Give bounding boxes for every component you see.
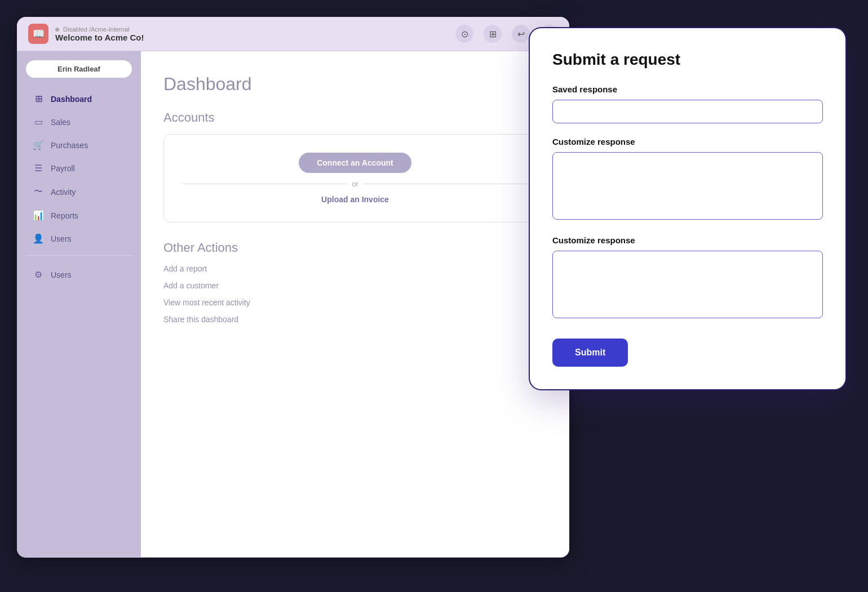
status-dot <box>55 28 59 32</box>
sidebar-label-sales: Sales <box>51 118 70 127</box>
customize-response-1-textarea[interactable] <box>552 152 823 220</box>
reports-icon: 📊 <box>33 210 44 221</box>
purchases-icon: 🛒 <box>33 140 44 150</box>
upload-invoice-link[interactable]: Upload an Invoice <box>321 195 389 204</box>
sidebar-label-purchases: Purchases <box>51 141 88 150</box>
nav-undo-btn[interactable]: ↩ <box>512 25 530 43</box>
sidebar-label-settings: Users <box>51 270 72 279</box>
settings-icon: ⚙ <box>33 269 44 280</box>
saved-response-group: Saved response <box>552 84 823 123</box>
customize-response-2-label: Customize response <box>552 235 823 245</box>
sidebar-label-users: Users <box>51 234 72 243</box>
dashboard-icon: ⊞ <box>33 94 44 104</box>
main-content: Dashboard Accounts Connect an Account or… <box>141 51 569 557</box>
sidebar-item-sales[interactable]: ▭ Sales <box>21 111 136 133</box>
other-actions-title: Other Actions <box>163 241 547 255</box>
app-status: Disabled /Acme-Internal <box>55 26 144 33</box>
page-title: Dashboard <box>163 74 547 95</box>
action-link-1[interactable]: Add a customer <box>163 281 547 290</box>
customize-response-1-label: Customize response <box>552 137 823 146</box>
sidebar-item-reports[interactable]: 📊 Reports <box>21 204 136 226</box>
sidebar-divider <box>26 255 132 256</box>
saved-response-input[interactable] <box>552 100 823 123</box>
saved-response-label: Saved response <box>552 84 823 94</box>
action-link-0[interactable]: Add a report <box>163 264 547 273</box>
sidebar: Erin Radleaf ⊞ Dashboard ▭ Sales 🛒 Purch… <box>17 51 141 557</box>
sidebar-item-users[interactable]: 👤 Users <box>21 228 136 250</box>
customize-response-2-textarea[interactable] <box>552 251 823 318</box>
submit-button[interactable]: Submit <box>552 339 628 367</box>
sidebar-label-reports: Reports <box>51 211 78 220</box>
app-body: Erin Radleaf ⊞ Dashboard ▭ Sales 🛒 Purch… <box>17 51 569 557</box>
sidebar-label-payroll: Payroll <box>51 164 75 173</box>
app-logo: 📖 <box>28 24 48 44</box>
request-modal: Submit a request Saved response Customiz… <box>530 28 845 389</box>
or-divider: or <box>182 180 528 188</box>
users-icon: 👤 <box>33 233 44 244</box>
title-info: Disabled /Acme-Internal Welcome to Acme … <box>55 26 144 42</box>
nav-grid-btn[interactable]: ⊞ <box>484 25 502 43</box>
action-link-3[interactable]: Share this dashboard <box>163 315 547 324</box>
connect-account-button[interactable]: Connect an Account <box>299 153 411 173</box>
sidebar-item-payroll[interactable]: ☰ Payroll <box>21 157 136 179</box>
title-bar: 📖 Disabled /Acme-Internal Welcome to Acm… <box>17 17 569 51</box>
sidebar-label-activity: Activity <box>51 188 76 197</box>
accounts-card: Connect an Account or Upload an Invoice <box>163 134 547 222</box>
app-title: Welcome to Acme Co! <box>55 33 144 42</box>
nav-activate-btn[interactable]: ⊙ <box>455 25 473 43</box>
customize-response-2-group: Customize response <box>552 235 823 321</box>
activity-icon: 〜 <box>33 186 44 198</box>
customize-response-1-group: Customize response <box>552 137 823 222</box>
payroll-icon: ☰ <box>33 163 44 173</box>
sidebar-item-settings[interactable]: ⚙ Users <box>21 264 136 286</box>
modal-title: Submit a request <box>552 51 823 69</box>
sales-icon: ▭ <box>33 117 44 127</box>
sidebar-label-dashboard: Dashboard <box>51 95 92 104</box>
user-button[interactable]: Erin Radleaf <box>26 60 132 78</box>
sidebar-item-purchases[interactable]: 🛒 Purchases <box>21 134 136 156</box>
logo-icon: 📖 <box>32 28 45 40</box>
action-link-2[interactable]: View most recent activity <box>163 298 547 307</box>
sidebar-item-dashboard[interactable]: ⊞ Dashboard <box>21 88 136 110</box>
app-window: 📖 Disabled /Acme-Internal Welcome to Acm… <box>17 17 569 558</box>
sidebar-item-activity[interactable]: 〜 Activity <box>21 180 136 203</box>
accounts-section-title: Accounts <box>163 110 547 125</box>
